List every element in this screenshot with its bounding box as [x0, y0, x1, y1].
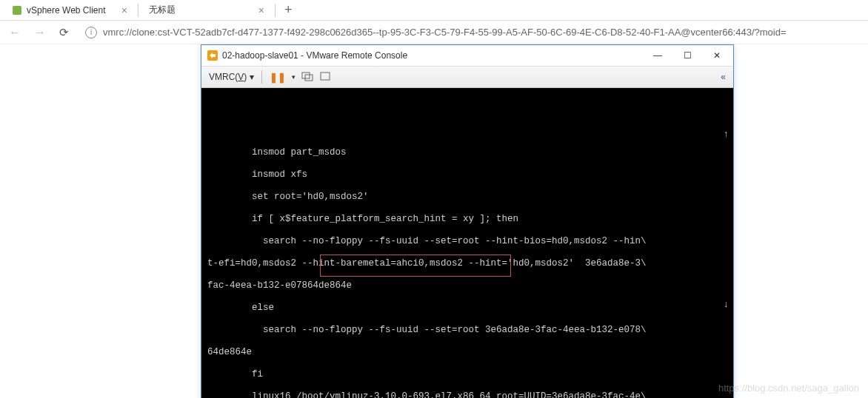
console-line: insmod xfs: [207, 169, 727, 181]
vmrc-window: 02-hadoop-slave01 - VMware Remote Consol…: [201, 44, 734, 398]
forward-button[interactable]: →: [31, 26, 49, 39]
tab-divider: [275, 4, 276, 17]
console-line: insmod part_msdos: [207, 147, 727, 158]
send-cad-icon[interactable]: [301, 71, 313, 84]
watermark-text: https://blog.csdn.net/saga_gallon: [718, 382, 859, 394]
scroll-up-indicator: ↑: [723, 129, 729, 141]
tab-title: 无标题: [149, 4, 176, 16]
browser-tab-untitled[interactable]: 无标题 ×: [140, 0, 273, 20]
vm-console[interactable]: ↑ insmod part_msdos insmod xfs set root=…: [201, 88, 733, 398]
tab-close-icon[interactable]: ×: [258, 4, 264, 16]
vsphere-favicon-icon: [12, 5, 22, 16]
url-bar[interactable]: i vmrc://clone:cst-VCT-52adb7cf-d477-137…: [79, 24, 862, 41]
vmrc-window-title: 02-hadoop-slave01 - VMware Remote Consol…: [222, 50, 407, 61]
browser-nav-bar: ← → ⟳ i vmrc://clone:cst-VCT-52adb7cf-d4…: [0, 21, 868, 44]
svg-rect-3: [305, 75, 313, 81]
tab-close-icon[interactable]: ×: [121, 4, 127, 16]
pause-dropdown-icon[interactable]: ▾: [292, 73, 296, 81]
fullscreen-icon[interactable]: [319, 71, 331, 84]
vmrc-menu-button[interactable]: VMRC(V) ▾: [209, 72, 254, 82]
back-button[interactable]: ←: [6, 26, 24, 39]
console-line: search --no-floppy --fs-uuid --set=root …: [207, 325, 727, 336]
console-line: else: [207, 303, 727, 314]
console-line: 64de864e: [207, 347, 727, 358]
site-info-icon[interactable]: i: [85, 27, 97, 38]
tab-divider: [138, 4, 138, 17]
vmrc-app-icon: [207, 50, 218, 61]
console-line: fac-4eea-b132-e07864de864e: [207, 280, 727, 291]
browser-tab-strip: vSphere Web Client × 无标题 × +: [0, 0, 868, 21]
vmrc-titlebar[interactable]: 02-hadoop-slave01 - VMware Remote Consol…: [201, 45, 733, 66]
svg-rect-4: [321, 72, 330, 80]
console-line: if [ x$feature_platform_search_hint = xy…: [207, 214, 727, 225]
console-line: set root='hd0,msdos2': [207, 192, 727, 203]
close-button[interactable]: ✕: [710, 50, 724, 61]
console-line: linux16 /boot/vmlinuz-3.10.0-693.el7.x86…: [207, 391, 727, 398]
tab-title: vSphere Web Client: [27, 5, 106, 16]
collapse-toolbar-icon[interactable]: «: [721, 72, 726, 82]
maximize-button[interactable]: ☐: [680, 50, 695, 61]
pause-button[interactable]: ❚❚: [270, 72, 286, 83]
toolbar-separator: [261, 70, 262, 84]
svg-rect-2: [302, 72, 310, 78]
url-text: vmrc://clone:cst-VCT-52adb7cf-d477-1377-…: [103, 27, 787, 38]
reload-button[interactable]: ⟳: [56, 26, 72, 39]
new-tab-button[interactable]: +: [277, 2, 300, 18]
svg-rect-0: [13, 6, 21, 15]
window-controls: — ☐ ✕: [650, 50, 727, 61]
console-line: search --no-floppy --fs-uuid --set=root …: [207, 236, 727, 247]
console-line: t-efi=hd0,msdos2 --hint-baremetal=ahci0,…: [207, 258, 727, 269]
scroll-down-indicator: ↓: [723, 300, 729, 311]
browser-tab-vsphere[interactable]: vSphere Web Client ×: [3, 0, 136, 20]
minimize-button[interactable]: —: [650, 50, 665, 61]
console-line: fi: [207, 369, 727, 380]
vmrc-toolbar: VMRC(V) ▾ ❚❚ ▾ «: [201, 66, 733, 88]
